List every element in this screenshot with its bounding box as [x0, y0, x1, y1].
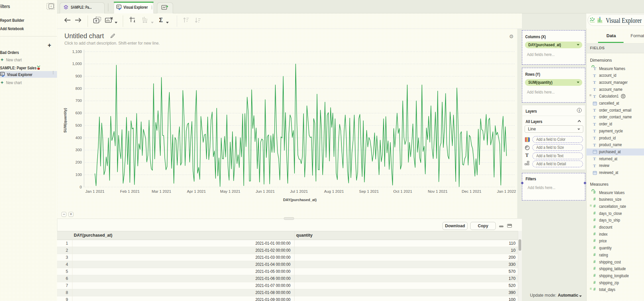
svg-text:800: 800: [75, 86, 82, 91]
svg-text:900: 900: [75, 74, 82, 78]
svg-text:Apr 1 2021: Apr 1 2021: [187, 189, 206, 193]
svg-text:Jun 1 2021: Jun 1 2021: [256, 189, 275, 193]
svg-text:May 1 2021: May 1 2021: [220, 189, 240, 193]
svg-text:Dec 1 2021: Dec 1 2021: [462, 189, 481, 193]
svg-text:Aug 1 2021: Aug 1 2021: [324, 189, 344, 193]
svg-text:600: 600: [75, 111, 82, 115]
svg-text:SUM(quantity): SUM(quantity): [63, 108, 67, 133]
svg-text:DAY(purchased_at): DAY(purchased_at): [283, 198, 317, 202]
svg-text:Sep 1 2021: Sep 1 2021: [359, 189, 379, 193]
svg-text:200: 200: [75, 160, 82, 164]
svg-text:Jan 1 2021: Jan 1 2021: [86, 189, 105, 193]
svg-text:Jan 1 2022: Jan 1 2022: [497, 189, 516, 193]
svg-text:400: 400: [75, 136, 82, 140]
svg-text:100: 100: [75, 173, 82, 177]
svg-text:1,100: 1,100: [72, 50, 82, 54]
svg-text:Mar 1 2021: Mar 1 2021: [152, 189, 171, 193]
svg-text:Nov 1 2021: Nov 1 2021: [428, 189, 447, 193]
svg-text:Jul 1 2021: Jul 1 2021: [290, 189, 308, 193]
svg-text:Oct 1 2021: Oct 1 2021: [393, 189, 412, 193]
svg-text:1,000: 1,000: [72, 62, 82, 66]
svg-text:700: 700: [75, 99, 82, 103]
svg-text:0: 0: [80, 185, 82, 189]
svg-text:Feb 1 2021: Feb 1 2021: [120, 189, 140, 193]
svg-text:500: 500: [75, 123, 82, 127]
svg-text:300: 300: [75, 148, 82, 152]
